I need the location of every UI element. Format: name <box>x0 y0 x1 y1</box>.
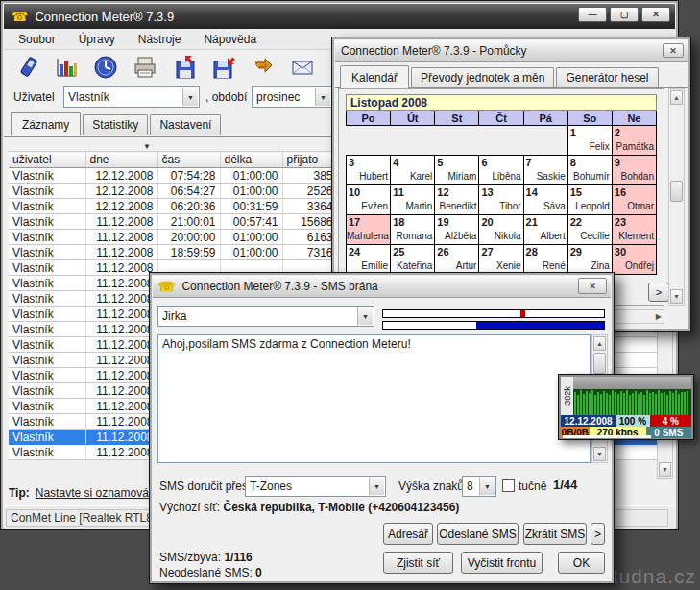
calendar-day-29[interactable]: 29Zina <box>567 245 612 275</box>
vycistit-frontu-button[interactable]: Vyčistit frontu <box>461 552 543 574</box>
maximize-button[interactable]: ▢ <box>610 7 639 22</box>
menu-napoveda[interactable]: Nápověda <box>204 33 256 46</box>
calendar-day-14[interactable]: 14Sáva <box>523 185 567 215</box>
save-import-icon[interactable] <box>171 54 198 81</box>
calendar-day-9[interactable]: 9Bohdan <box>612 156 656 185</box>
calendar-day-22[interactable]: 22Cecílie <box>567 215 612 245</box>
calendar-day-6[interactable]: 6Liběna <box>479 156 523 185</box>
calendar-day-10[interactable]: 10Evžen <box>347 185 391 215</box>
col-prijato[interactable]: přijato <box>282 152 337 168</box>
traffic-widget[interactable]: 382k 12.12.2008 100 % 4 % 0B/0B 270 kbps… <box>558 374 694 440</box>
menu-nastroje[interactable]: Nástroje <box>138 33 181 46</box>
bar-chart-icon[interactable] <box>53 54 80 81</box>
calendar-day-27[interactable]: 27Xenie <box>479 245 523 275</box>
calendar-day-18[interactable]: 18Romana <box>391 215 435 245</box>
weekday-header: St <box>435 111 479 126</box>
tools-close-button[interactable]: ✕ <box>663 43 684 58</box>
scroll-right-icon[interactable]: ▶ <box>656 312 662 321</box>
tab-nastaveni[interactable]: Nastavení <box>150 114 221 135</box>
tools-scrollbar[interactable]: ▲ ▼ <box>668 88 685 306</box>
period-combobox[interactable]: prosinec ▼ <box>252 86 332 108</box>
odeslane-sms-button[interactable]: Odeslané SMS <box>437 523 519 545</box>
bold-checkbox[interactable] <box>502 479 515 492</box>
deliver-combobox[interactable]: T-Zones ▼ <box>245 476 386 497</box>
calendar-day-21[interactable]: 21Albert <box>523 215 567 245</box>
message-textarea[interactable]: Ahoj,posilam SMS zdarma z Connection Met… <box>157 334 591 463</box>
zjistit-sit-button[interactable]: Zjistit síť <box>383 552 453 574</box>
scroll-up-icon[interactable]: ▲ <box>593 336 606 351</box>
calendar-day-24[interactable]: 24Emílie <box>347 245 391 275</box>
clock-icon[interactable] <box>92 54 119 81</box>
col-delka[interactable]: délka <box>220 152 282 168</box>
phone-icon[interactable] <box>13 54 40 81</box>
tab-kalendar[interactable]: Kalendář <box>340 65 409 88</box>
tab-statistiky[interactable]: Statistiky <box>83 114 148 135</box>
calendar-day-15[interactable]: 15Leopold <box>567 185 612 215</box>
calendar-day-1[interactable]: 1Felix <box>567 126 612 156</box>
ok-button[interactable]: OK <box>558 552 605 574</box>
calendar-day-4[interactable]: 4Karel <box>391 156 435 185</box>
calendar-day-2[interactable]: 2Památka <box>612 126 656 156</box>
tab-prevody[interactable]: Převody jednotek a měn <box>411 67 554 87</box>
sms-close-button[interactable]: ✕ <box>578 278 607 294</box>
zkratit-sms-button[interactable]: Zkrátit SMS <box>523 523 587 545</box>
calendar-day-26[interactable]: 26Artur <box>435 245 479 275</box>
tip-link[interactable]: Nastavte si oznamování <box>36 486 158 500</box>
tools-titlebar[interactable]: Connection Meter® 7.3.9 - Pomůcky <box>335 40 688 62</box>
menu-soubor[interactable]: Soubor <box>18 33 56 46</box>
scroll-up-icon[interactable]: ▲ <box>670 90 683 105</box>
minimize-button[interactable]: — <box>578 7 607 22</box>
calendar-day-23[interactable]: 23Klement <box>612 215 656 245</box>
adresar-button[interactable]: Adresář <box>383 523 433 545</box>
sms-window: ☎ Connection Meter® 7.3.9 - SMS brána ✕ … <box>149 272 615 584</box>
recipient-combobox[interactable]: Jirka ▼ <box>157 306 374 327</box>
chevron-down-icon[interactable]: ▼ <box>369 478 384 495</box>
col-dne[interactable]: dne <box>85 152 157 168</box>
calendar-day-25[interactable]: 25Kateřina <box>391 245 435 275</box>
sms-titlebar[interactable]: ☎ Connection Meter® 7.3.9 - SMS brána <box>153 276 611 298</box>
cell-date: 11.12.2008 <box>85 322 157 337</box>
printer-icon[interactable] <box>132 54 158 81</box>
mail-icon[interactable] <box>289 54 316 81</box>
calendar-day-8[interactable]: 8Bohumír <box>567 156 612 185</box>
calendar-day-30[interactable]: 30Ondřej <box>612 245 656 275</box>
calendar-day-28[interactable]: 28René <box>523 245 567 275</box>
calendar-day-11[interactable]: 11Martin <box>391 185 435 215</box>
user-combobox[interactable]: Vlastník ▼ <box>63 86 200 108</box>
tab-zaznamy[interactable]: Záznamy <box>11 112 81 135</box>
cell-user: Vlastník <box>9 184 85 199</box>
chevron-down-icon[interactable]: ▼ <box>315 88 330 106</box>
col-uzivatel[interactable]: uživatel <box>9 152 85 168</box>
splitter-arrow-icon[interactable]: ▼ <box>143 142 151 151</box>
more-button[interactable]: > <box>591 523 605 545</box>
scroll-down-icon[interactable]: ▼ <box>659 462 671 477</box>
close-button[interactable]: ✕ <box>641 7 670 22</box>
chevron-down-icon[interactable]: ▼ <box>357 307 373 325</box>
save-export-icon[interactable] <box>210 54 237 81</box>
col-cas[interactable]: čas <box>157 152 220 168</box>
calendar-weekday-row: PoÚtStČtPáSoNe <box>347 111 657 126</box>
scroll-down-icon[interactable]: ▼ <box>593 447 606 461</box>
calendar-day-13[interactable]: 13Tibor <box>479 185 523 215</box>
calendar-day-19[interactable]: 19Alžběta <box>435 215 479 245</box>
name-day: Martin <box>391 198 434 211</box>
calendar-day-7[interactable]: 7Saskie <box>523 156 567 185</box>
charheight-combobox[interactable]: 8 ▼ <box>462 476 496 497</box>
cell-len: 01:00:00 <box>220 245 282 260</box>
scroll-down-icon[interactable]: ▼ <box>670 289 683 304</box>
calendar-day-16[interactable]: 16Otmar <box>612 185 656 215</box>
calendar-day-3[interactable]: 3Hubert <box>347 156 391 185</box>
calendar-next-button[interactable]: > <box>648 283 669 302</box>
calendar-day-20[interactable]: 20Nikola <box>479 215 523 245</box>
cell-user: Vlastník <box>9 230 85 245</box>
calendar-day-12[interactable]: 12Benedikt <box>435 185 479 215</box>
tab-generator[interactable]: Generátor hesel <box>556 67 658 87</box>
menu-upravy[interactable]: Úpravy <box>79 33 115 46</box>
chevron-down-icon[interactable]: ▼ <box>479 478 495 495</box>
transfer-icon[interactable] <box>250 54 277 81</box>
calendar-empty-cell <box>347 126 391 156</box>
name-day: Památka <box>613 138 656 152</box>
calendar-day-5[interactable]: 5Miriam <box>435 156 479 185</box>
calendar-day-17[interactable]: 17Mahulena <box>347 215 391 245</box>
chevron-down-icon[interactable]: ▼ <box>182 88 198 106</box>
